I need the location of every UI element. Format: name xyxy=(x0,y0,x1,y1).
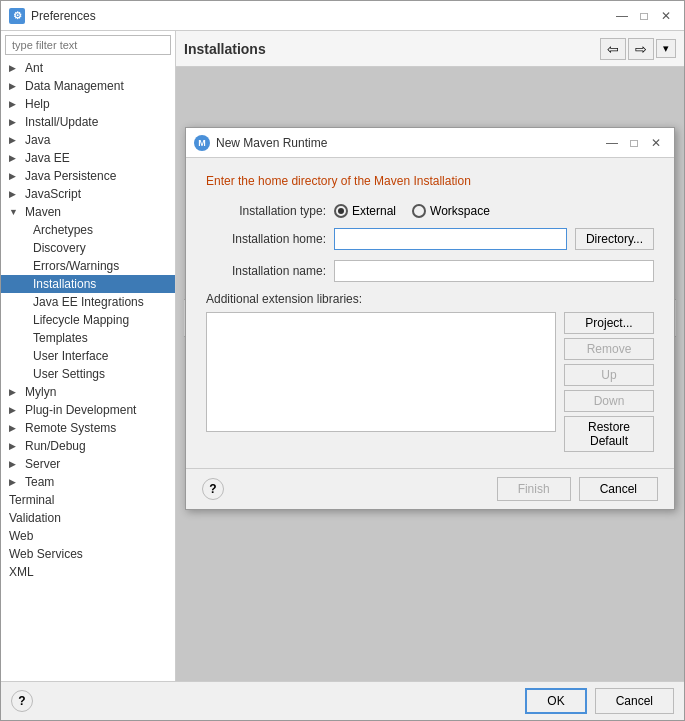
tree-arrow-remote-systems: ▶ xyxy=(9,423,21,433)
sidebar-item-web[interactable]: Web xyxy=(1,527,175,545)
tree-arrow-java-persistence: ▶ xyxy=(9,171,21,181)
panel-title: Installations xyxy=(184,41,266,57)
sidebar-item-validation[interactable]: Validation xyxy=(1,509,175,527)
extensions-buttons: Project... Remove Up Down Restore Defaul… xyxy=(564,312,654,452)
radio-workspace-btn[interactable] xyxy=(412,204,426,218)
sidebar-label-xml: XML xyxy=(9,565,34,579)
minimize-button[interactable]: — xyxy=(612,6,632,26)
sidebar-item-java-persistence[interactable]: ▶ Java Persistence xyxy=(1,167,175,185)
back-button[interactable]: ⇦ xyxy=(600,38,626,60)
modal-close-button[interactable]: ✕ xyxy=(646,133,666,153)
tree-arrow-help: ▶ xyxy=(9,99,21,109)
sidebar-item-team[interactable]: ▶ Team xyxy=(1,473,175,491)
cancel-button[interactable]: Cancel xyxy=(595,688,674,714)
tree-arrow-javascript: ▶ xyxy=(9,189,21,199)
modal-footer: ? Finish Cancel xyxy=(186,468,674,509)
sidebar-item-maven[interactable]: ▼ Maven xyxy=(1,203,175,221)
sidebar-item-remote-systems[interactable]: ▶ Remote Systems xyxy=(1,419,175,437)
main-content: ▶ Ant ▶ Data Management ▶ Help ▶ Install… xyxy=(1,31,684,681)
radio-external[interactable]: External xyxy=(334,204,396,218)
sidebar-label-user-interface: User Interface xyxy=(33,349,108,363)
installation-name-label: Installation name: xyxy=(206,264,326,278)
installation-type-label: Installation type: xyxy=(206,204,326,218)
sidebar-item-data-management[interactable]: ▶ Data Management xyxy=(1,77,175,95)
sidebar-label-web-services: Web Services xyxy=(9,547,83,561)
filter-input[interactable] xyxy=(5,35,171,55)
sidebar-item-user-interface[interactable]: User Interface xyxy=(1,347,175,365)
sidebar-item-lifecycle-mapping[interactable]: Lifecycle Mapping xyxy=(1,311,175,329)
sidebar-item-archetypes[interactable]: Archetypes xyxy=(1,221,175,239)
sidebar-item-terminal[interactable]: Terminal xyxy=(1,491,175,509)
installation-home-input[interactable] xyxy=(334,228,567,250)
sidebar-label-ant: Ant xyxy=(25,61,43,75)
up-button[interactable]: Up xyxy=(564,364,654,386)
sidebar-item-help[interactable]: ▶ Help xyxy=(1,95,175,113)
sidebar-item-java-ee[interactable]: ▶ Java EE xyxy=(1,149,175,167)
radio-workspace[interactable]: Workspace xyxy=(412,204,490,218)
sidebar-item-server[interactable]: ▶ Server xyxy=(1,455,175,473)
sidebar-item-java-ee-integration[interactable]: Java EE Integrations xyxy=(1,293,175,311)
ok-button[interactable]: OK xyxy=(525,688,586,714)
tree-arrow-plugin-development: ▶ xyxy=(9,405,21,415)
sidebar-item-plugin-development[interactable]: ▶ Plug-in Development xyxy=(1,401,175,419)
sidebar-label-web: Web xyxy=(9,529,33,543)
radio-group: External Workspace xyxy=(334,204,490,218)
modal-maximize-button[interactable]: □ xyxy=(624,133,644,153)
sidebar-label-java-persistence: Java Persistence xyxy=(25,169,116,183)
installation-name-input[interactable] xyxy=(334,260,654,282)
sidebar-item-installations[interactable]: Installations xyxy=(1,275,175,293)
sidebar-item-web-services[interactable]: Web Services xyxy=(1,545,175,563)
sidebar-item-discovery[interactable]: Discovery xyxy=(1,239,175,257)
sidebar-label-validation: Validation xyxy=(9,511,61,525)
titlebar-left: ⚙ Preferences xyxy=(9,8,96,24)
sidebar-label-discovery: Discovery xyxy=(33,241,86,255)
sidebar-item-user-settings[interactable]: User Settings xyxy=(1,365,175,383)
sidebar-item-javascript[interactable]: ▶ JavaScript xyxy=(1,185,175,203)
remove-button[interactable]: Remove xyxy=(564,338,654,360)
modal-minimize-button[interactable]: — xyxy=(602,133,622,153)
restore-default-button[interactable]: Restore Default xyxy=(564,416,654,452)
forward-button[interactable]: ⇨ xyxy=(628,38,654,60)
down-button[interactable]: Down xyxy=(564,390,654,412)
sidebar-label-installations: Installations xyxy=(33,277,96,291)
help-button[interactable]: ? xyxy=(11,690,33,712)
installation-name-row: Installation name: xyxy=(206,260,654,282)
modal-cancel-button[interactable]: Cancel xyxy=(579,477,658,501)
sidebar-label-java: Java xyxy=(25,133,50,147)
tree-container: ▶ Ant ▶ Data Management ▶ Help ▶ Install… xyxy=(1,59,175,681)
footer-buttons: OK Cancel xyxy=(525,688,674,714)
sidebar-label-errors-warnings: Errors/Warnings xyxy=(33,259,119,273)
installation-home-row: Installation home: Directory... xyxy=(206,228,654,250)
sidebar-item-errors-warnings[interactable]: Errors/Warnings xyxy=(1,257,175,275)
sidebar-item-java[interactable]: ▶ Java xyxy=(1,131,175,149)
radio-workspace-label: Workspace xyxy=(430,204,490,218)
sidebar-item-install-update[interactable]: ▶ Install/Update xyxy=(1,113,175,131)
sidebar-label-data-management: Data Management xyxy=(25,79,124,93)
finish-button[interactable]: Finish xyxy=(497,477,571,501)
preferences-window-icon: ⚙ xyxy=(9,8,25,24)
modal-title-left: M New Maven Runtime xyxy=(194,135,327,151)
sidebar-label-lifecycle-mapping: Lifecycle Mapping xyxy=(33,313,129,327)
sidebar-item-ant[interactable]: ▶ Ant xyxy=(1,59,175,77)
modal-help-button[interactable]: ? xyxy=(202,478,224,500)
tree-arrow-mylyn: ▶ xyxy=(9,387,21,397)
sidebar-label-server: Server xyxy=(25,457,60,471)
sidebar-item-xml[interactable]: XML xyxy=(1,563,175,581)
forward-icon: ⇨ xyxy=(635,41,647,57)
sidebar-item-templates[interactable]: Templates xyxy=(1,329,175,347)
sidebar: ▶ Ant ▶ Data Management ▶ Help ▶ Install… xyxy=(1,31,176,681)
radio-external-btn[interactable] xyxy=(334,204,348,218)
sidebar-item-run-debug[interactable]: ▶ Run/Debug xyxy=(1,437,175,455)
back-icon: ⇦ xyxy=(607,41,619,57)
project-button[interactable]: Project... xyxy=(564,312,654,334)
dropdown-icon: ▾ xyxy=(663,42,669,55)
directory-button[interactable]: Directory... xyxy=(575,228,654,250)
close-button[interactable]: ✕ xyxy=(656,6,676,26)
dropdown-button[interactable]: ▾ xyxy=(656,39,676,58)
tree-arrow-server: ▶ xyxy=(9,459,21,469)
modal-titlebar: M New Maven Runtime — □ ✕ xyxy=(186,128,674,158)
modal-info-text: Enter the home directory of the Maven In… xyxy=(206,174,654,188)
sidebar-item-mylyn[interactable]: ▶ Mylyn xyxy=(1,383,175,401)
extensions-list[interactable] xyxy=(206,312,556,432)
maximize-button[interactable]: □ xyxy=(634,6,654,26)
